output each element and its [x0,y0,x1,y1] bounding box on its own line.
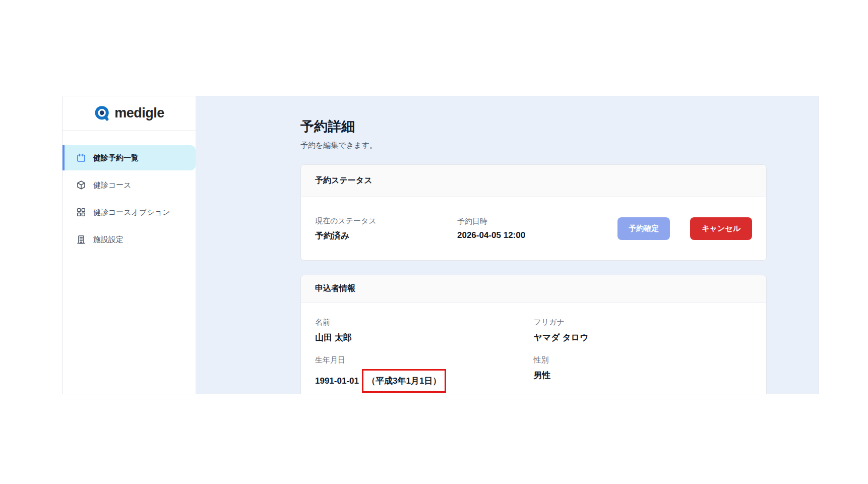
current-status-value: 予約済み [315,230,457,241]
status-card-body: 現在のステータス 予約済み 予約日時 2026-04-05 12:00 予約確定… [301,197,766,260]
sidebar-item-label: 健診コース [93,180,132,190]
gender-value: 男性 [534,369,753,381]
name-label: 名前 [315,318,534,327]
sidebar-item-reservations[interactable]: 健診予約一覧 [63,145,196,170]
birthdate-era-value: （平成3年1月1日） [367,375,441,387]
brand-name: medigle [114,105,164,121]
status-card-title: 予約ステータス [315,175,373,186]
brand-logo: medigle [63,96,196,131]
sidebar-item-course-options[interactable]: 健診コースオプション [63,200,196,225]
medigle-logo-icon [94,105,111,122]
name-field: 名前 山田 太郎 [315,318,534,343]
page-title: 予約詳細 [300,117,767,136]
package-icon [76,180,86,190]
sidebar-item-label: 健診予約一覧 [93,153,139,163]
reservation-datetime-field: 予約日時 2026-04-05 12:00 [457,217,525,240]
grid-icon [76,207,86,217]
status-card-header: 予約ステータス [301,165,766,197]
gender-label: 性別 [534,355,753,365]
birthdate-label: 生年月日 [315,355,534,365]
furigana-field: フリガナ ヤマダ タロウ [534,318,753,343]
cancel-reservation-button[interactable]: キャンセル [690,217,752,240]
reservation-datetime-value: 2026-04-05 12:00 [457,230,525,240]
current-status-field: 現在のステータス 予約済み [315,216,457,241]
sidebar-item-courses[interactable]: 健診コース [63,172,196,198]
building-icon [76,234,86,245]
app-window: medigle 健診予約一覧 [62,96,819,394]
furigana-label: フリガナ [534,318,753,327]
gender-field: 性別 男性 [534,355,753,393]
current-status-label: 現在のステータス [315,216,457,226]
applicant-card-title: 申込者情報 [315,283,355,294]
page-subtitle: 予約を編集できます。 [300,141,767,150]
main-area: 予約詳細 予約を編集できます。 予約ステータス 現在のステータス 予約済み 予約… [196,96,819,394]
sidebar-item-label: 施設設定 [93,235,123,245]
status-actions: 予約確定 キャンセル [617,217,752,240]
sidebar-item-label: 健診コースオプション [93,208,170,217]
confirm-reservation-button[interactable]: 予約確定 [617,217,670,240]
applicant-fields: 名前 山田 太郎 フリガナ ヤマダ タロウ 生年月日 1991-01-01 （平… [301,302,766,393]
birthdate-field: 生年月日 1991-01-01 （平成3年1月1日） [315,355,534,393]
applicant-card-header: 申込者情報 [301,275,766,302]
sidebar: medigle 健診予約一覧 [63,96,196,394]
calendar-icon [76,153,86,163]
birthdate-value: 1991-01-01 [315,376,359,386]
sidebar-nav: 健診予約一覧 健診コース [63,131,196,254]
birthdate-era-annotation-box: （平成3年1月1日） [362,369,446,393]
reservation-status-card: 予約ステータス 現在のステータス 予約済み 予約日時 2026-04-05 12… [300,164,767,261]
name-value: 山田 太郎 [315,331,534,343]
reservation-datetime-label: 予約日時 [457,217,525,226]
furigana-value: ヤマダ タロウ [534,331,753,343]
sidebar-item-facility-settings[interactable]: 施設設定 [63,227,196,252]
applicant-info-card: 申込者情報 名前 山田 太郎 フリガナ ヤマダ タロウ 生年月日 1991-01 [300,275,767,394]
